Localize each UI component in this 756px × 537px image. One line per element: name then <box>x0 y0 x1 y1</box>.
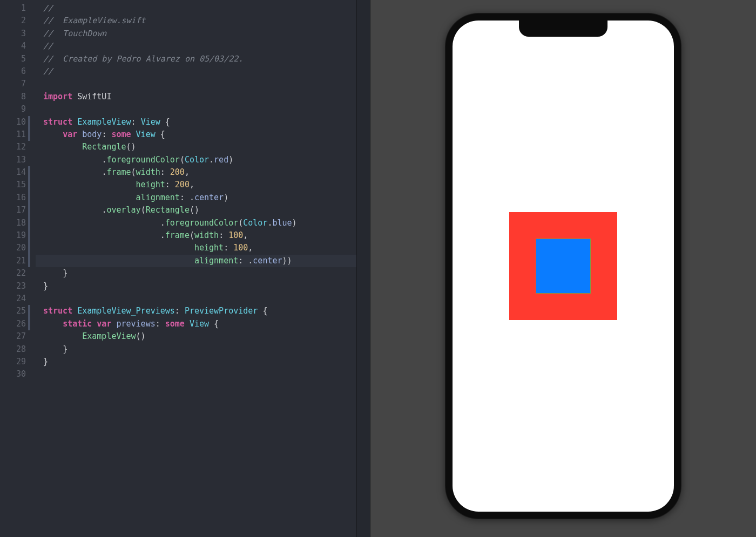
code-line[interactable]: ExampleView() <box>36 330 356 343</box>
code-line[interactable]: .frame(width: 200, <box>36 166 356 179</box>
fold-indicator[interactable] <box>28 204 30 216</box>
code-line[interactable]: } <box>36 280 356 293</box>
line-number[interactable]: 10 <box>0 116 30 128</box>
line-number[interactable]: 3 <box>0 28 30 40</box>
line-number[interactable]: 6 <box>0 65 30 78</box>
line-number[interactable]: 4 <box>0 40 30 52</box>
code-area: 1234567891011121314151617181920212223242… <box>0 0 356 381</box>
device-screen <box>453 21 674 512</box>
code-line[interactable] <box>36 103 356 115</box>
code-line[interactable]: height: 100, <box>36 242 356 254</box>
line-number[interactable]: 27 <box>0 330 30 343</box>
fold-indicator[interactable] <box>28 166 30 179</box>
fold-indicator[interactable] <box>28 242 30 254</box>
code-line[interactable]: // ExampleView.swift <box>36 15 356 27</box>
fold-indicator[interactable] <box>28 255 30 267</box>
code-line[interactable]: var body: some View { <box>36 128 356 141</box>
line-number[interactable]: 28 <box>0 343 30 356</box>
code-line[interactable]: .frame(width: 100, <box>36 229 356 242</box>
line-number[interactable]: 1 <box>0 2 30 15</box>
code-line[interactable] <box>36 293 356 305</box>
line-number[interactable]: 12 <box>0 141 30 153</box>
code-line[interactable]: Rectangle() <box>36 141 356 153</box>
code-text[interactable]: //// ExampleView.swift// TouchDown//// C… <box>36 2 356 381</box>
line-number[interactable]: 19 <box>0 229 30 242</box>
fold-indicator[interactable] <box>28 229 30 242</box>
code-line[interactable]: struct ExampleView: View { <box>36 116 356 128</box>
inner-rectangle <box>536 239 590 293</box>
code-line[interactable]: // <box>36 65 356 78</box>
line-number[interactable]: 11 <box>0 128 30 141</box>
line-number[interactable]: 22 <box>0 267 30 280</box>
code-line[interactable]: .overlay(Rectangle() <box>36 204 356 216</box>
code-line[interactable]: // Created by Pedro Alvarez on 05/03/22. <box>36 53 356 65</box>
line-number[interactable]: 5 <box>0 53 30 65</box>
code-line[interactable]: struct ExampleView_Previews: PreviewProv… <box>36 305 356 317</box>
line-number[interactable]: 17 <box>0 204 30 216</box>
line-number[interactable]: 15 <box>0 179 30 191</box>
line-number[interactable]: 18 <box>0 217 30 229</box>
code-line[interactable]: .foregroundColor(Color.blue) <box>36 217 356 229</box>
line-number[interactable]: 30 <box>0 368 30 380</box>
device-frame <box>445 13 681 519</box>
code-line[interactable]: alignment: .center) <box>36 192 356 204</box>
fold-indicator[interactable] <box>28 305 30 317</box>
line-number[interactable]: 14 <box>0 166 30 179</box>
code-line[interactable]: alignment: .center)) <box>36 255 356 267</box>
fold-indicator[interactable] <box>28 217 30 229</box>
code-line[interactable]: // <box>36 40 356 52</box>
code-line[interactable]: static var previews: some View { <box>36 318 356 330</box>
line-number[interactable]: 9 <box>0 103 30 115</box>
xcode-window: 1234567891011121314151617181920212223242… <box>0 0 756 537</box>
fold-indicator[interactable] <box>28 192 30 204</box>
line-number[interactable]: 20 <box>0 242 30 254</box>
line-number[interactable]: 8 <box>0 91 30 103</box>
line-gutter[interactable]: 1234567891011121314151617181920212223242… <box>0 2 36 381</box>
device-notch <box>519 21 608 37</box>
code-line[interactable]: } <box>36 267 356 280</box>
preview-canvas[interactable] <box>370 0 756 537</box>
line-number[interactable]: 21 <box>0 255 30 267</box>
line-number[interactable]: 26 <box>0 318 30 330</box>
line-number[interactable]: 16 <box>0 192 30 204</box>
line-number[interactable]: 2 <box>0 15 30 27</box>
code-line[interactable]: height: 200, <box>36 179 356 191</box>
line-number[interactable]: 25 <box>0 305 30 317</box>
code-line[interactable]: // <box>36 2 356 15</box>
code-line[interactable]: } <box>36 343 356 356</box>
line-number[interactable]: 29 <box>0 356 30 368</box>
code-editor[interactable]: 1234567891011121314151617181920212223242… <box>0 0 356 537</box>
line-number[interactable]: 13 <box>0 154 30 166</box>
code-line[interactable]: .foregroundColor(Color.red) <box>36 154 356 166</box>
line-number[interactable]: 7 <box>0 78 30 90</box>
code-line[interactable] <box>36 368 356 380</box>
fold-indicator[interactable] <box>28 318 30 330</box>
code-line[interactable]: // TouchDown <box>36 28 356 40</box>
pane-divider[interactable] <box>356 0 370 537</box>
line-number[interactable]: 24 <box>0 293 30 305</box>
fold-indicator[interactable] <box>28 116 30 128</box>
code-line[interactable]: import SwiftUI <box>36 91 356 103</box>
fold-indicator[interactable] <box>28 128 30 141</box>
code-line[interactable] <box>36 78 356 90</box>
code-line[interactable]: } <box>36 356 356 368</box>
fold-indicator[interactable] <box>28 179 30 191</box>
line-number[interactable]: 23 <box>0 280 30 293</box>
outer-rectangle <box>509 212 617 320</box>
